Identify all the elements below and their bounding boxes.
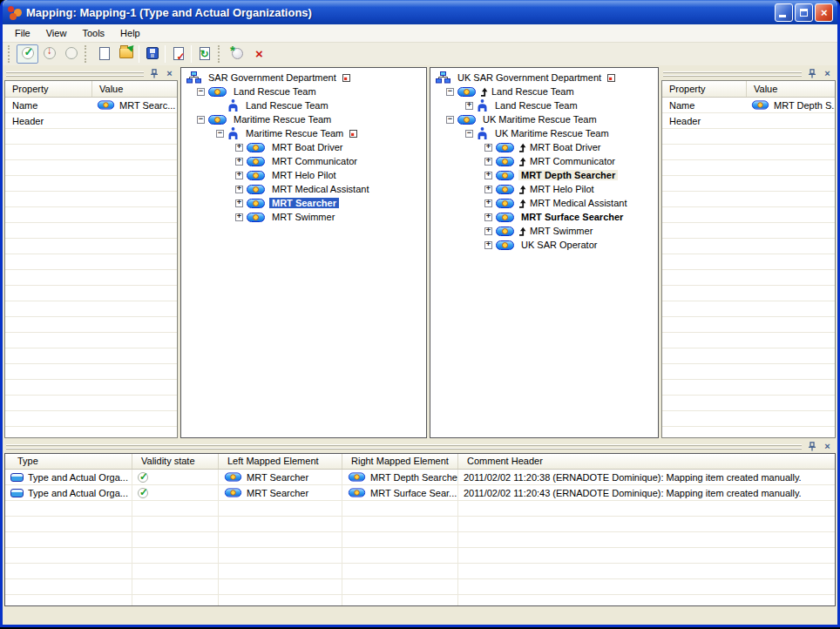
validate-button[interactable]: ✓ xyxy=(17,44,38,64)
property-row[interactable]: NameMRT Searc... xyxy=(5,98,177,113)
column-header-property[interactable]: Property xyxy=(5,81,92,97)
expand-icon[interactable]: + xyxy=(484,200,492,207)
collapse-icon[interactable]: − xyxy=(446,88,454,96)
column-header-property[interactable]: Property xyxy=(662,81,747,97)
menu-file[interactable]: File xyxy=(7,26,38,40)
left-properties-grip[interactable]: × xyxy=(4,67,178,80)
toolbar-grip[interactable] xyxy=(218,45,224,63)
menu-tools[interactable]: Tools xyxy=(74,26,112,40)
tree-node[interactable]: +MRT Boat Driver xyxy=(181,140,426,154)
tree-node-label: MRT Medical Assistant xyxy=(527,198,629,208)
pin-icon[interactable] xyxy=(806,442,817,452)
collapse-icon[interactable]: − xyxy=(465,130,473,138)
expand-icon[interactable]: + xyxy=(484,158,492,166)
collapse-icon[interactable]: − xyxy=(216,130,224,138)
check-document-button[interactable]: ✓ xyxy=(167,44,189,64)
tree-node[interactable]: −Maritime Rescue Team xyxy=(181,112,426,126)
open-mapping-button[interactable] xyxy=(115,44,137,64)
expand-icon[interactable]: + xyxy=(484,172,492,179)
close-button[interactable]: × xyxy=(815,3,833,22)
tree-node[interactable]: −Maritime Rescue Team xyxy=(181,126,426,140)
tree-node[interactable]: +MRT Surface Searcher xyxy=(430,210,658,224)
expand-icon[interactable]: + xyxy=(484,241,492,249)
property-value: MRT Searc... xyxy=(92,100,177,111)
expand-icon[interactable]: + xyxy=(235,172,243,179)
expand-icon[interactable]: + xyxy=(235,158,243,166)
column-header-right-mapped-element[interactable]: Right Mapped Element xyxy=(342,454,458,469)
right-properties-grip[interactable]: × xyxy=(661,67,836,80)
tree-node[interactable]: −Land Rescue Team xyxy=(181,85,426,98)
expand-icon[interactable]: + xyxy=(484,144,492,152)
tree-node[interactable]: −Land Rescue Team xyxy=(430,85,658,98)
new-mapping-button[interactable] xyxy=(93,44,115,64)
column-header-left-mapped-element[interactable]: Left Mapped Element xyxy=(219,454,342,469)
tree-node[interactable]: SAR Government Department xyxy=(181,71,426,85)
tree-node[interactable]: +UK SAR Operator xyxy=(430,238,658,252)
tree-node[interactable]: +MRT Boat Driver xyxy=(430,140,658,154)
mark-invalid-button[interactable]: ↓ xyxy=(38,44,60,64)
minimize-button[interactable] xyxy=(775,3,793,22)
tree-node[interactable]: +MRT Swimmer xyxy=(430,224,658,238)
tree-node[interactable]: +MRT Depth Searcher xyxy=(430,168,658,182)
collapse-icon[interactable]: − xyxy=(197,88,205,96)
panel-close-icon[interactable]: × xyxy=(822,69,833,79)
tree-node[interactable]: +MRT Communicator xyxy=(181,154,426,168)
tree-node[interactable]: Land Rescue Team xyxy=(181,98,426,112)
column-header-value[interactable]: Value xyxy=(92,81,177,97)
bottom-panel-grip[interactable]: × xyxy=(4,440,836,453)
expand-icon[interactable]: + xyxy=(235,213,243,221)
refresh-button[interactable]: ↻ xyxy=(193,44,215,64)
property-row[interactable]: NameMRT Depth S... xyxy=(662,98,835,113)
column-header-type[interactable]: Type xyxy=(5,454,132,469)
tree-node[interactable]: +MRT Swimmer xyxy=(181,210,426,224)
pin-icon[interactable] xyxy=(806,69,817,79)
menu-help[interactable]: Help xyxy=(112,26,148,40)
collapse-icon[interactable]: − xyxy=(446,116,454,124)
mapping-item-row[interactable]: Type and Actual Orga...MRT SearcherMRT S… xyxy=(5,485,835,501)
column-header-value[interactable]: Value xyxy=(747,81,835,97)
tree-node[interactable]: +MRT Searcher xyxy=(181,196,426,210)
delete-item-icon: × xyxy=(255,48,263,60)
grip-handle[interactable] xyxy=(6,444,802,450)
tree-node[interactable]: +MRT Medical Assistant xyxy=(430,196,658,210)
toolbar-grip[interactable] xyxy=(8,45,14,63)
mapping-item-row[interactable]: Type and Actual Orga...MRT SearcherMRT D… xyxy=(5,470,835,485)
menu-view[interactable]: View xyxy=(38,26,75,40)
left-properties-header[interactable]: Property Value xyxy=(5,81,177,98)
titlebar[interactable]: Mapping: Mapping-1 (Type and Actual Orga… xyxy=(3,0,837,24)
maximize-button[interactable] xyxy=(795,3,813,22)
tree-node[interactable]: −UK Maritime Rescue Team xyxy=(430,126,658,140)
expand-icon[interactable]: + xyxy=(465,102,473,110)
clear-state-button[interactable] xyxy=(60,44,82,64)
delete-mapping-item-button[interactable]: × xyxy=(248,44,270,64)
new-mapping-item-button[interactable]: * xyxy=(227,44,248,64)
property-row[interactable]: Header xyxy=(662,113,835,129)
tree-node[interactable]: +Land Rescue Team xyxy=(430,98,658,112)
tree-node[interactable]: +MRT Helo Pilot xyxy=(181,168,426,182)
tree-node[interactable]: −UK Maritime Rescue Team xyxy=(430,112,658,126)
panel-close-icon[interactable]: × xyxy=(822,442,833,452)
save-icon xyxy=(146,47,159,61)
grip-handle[interactable] xyxy=(663,71,802,77)
panel-close-icon[interactable]: × xyxy=(164,69,175,79)
column-header-comment-header[interactable]: Comment Header xyxy=(458,454,835,469)
grip-handle[interactable] xyxy=(6,71,144,77)
right-properties-header[interactable]: Property Value xyxy=(662,81,835,98)
pin-icon[interactable] xyxy=(148,69,159,79)
tree-node[interactable]: UK SAR Government Department xyxy=(430,71,658,85)
expand-icon[interactable]: + xyxy=(235,144,243,152)
tree-node[interactable]: +MRT Medical Assistant xyxy=(181,182,426,196)
tree-node[interactable]: +MRT Communicator xyxy=(430,154,658,168)
tree-node[interactable]: +MRT Helo Pilot xyxy=(430,182,658,196)
toolbar-grip[interactable] xyxy=(85,45,91,63)
mapping-items-header[interactable]: TypeValidity stateLeft Mapped ElementRig… xyxy=(5,454,835,470)
save-button[interactable] xyxy=(141,44,163,64)
expand-icon[interactable]: + xyxy=(484,186,492,193)
collapse-icon[interactable]: − xyxy=(197,116,205,124)
expand-icon[interactable]: + xyxy=(235,200,243,207)
expand-icon[interactable]: + xyxy=(235,186,243,193)
expand-icon[interactable]: + xyxy=(484,227,492,235)
expand-icon[interactable]: + xyxy=(484,213,492,221)
column-header-validity-state[interactable]: Validity state xyxy=(132,454,219,469)
property-row[interactable]: Header xyxy=(5,113,177,129)
